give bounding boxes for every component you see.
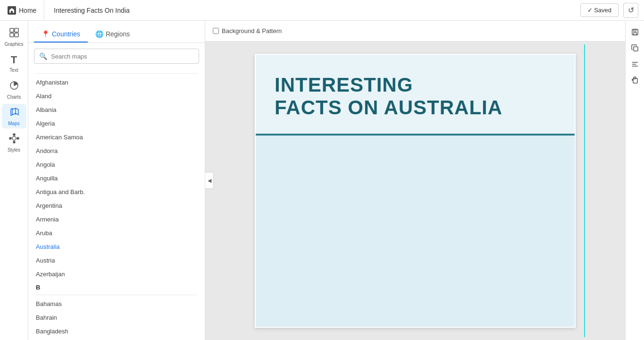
nav-graphics[interactable]: Graphics <box>2 25 26 49</box>
maps-label: Maps <box>8 121 19 126</box>
canvas-title: INTERESTING FACTS ON AUSTRALIA <box>275 74 556 119</box>
list-item[interactable]: Azerbaijan <box>28 267 205 281</box>
tab-countries[interactable]: 📍 Countries <box>34 26 88 42</box>
divider <box>36 73 197 74</box>
icon-nav: Graphics T Text Charts <box>0 21 28 340</box>
nav-maps[interactable]: Maps <box>2 104 26 128</box>
divider <box>36 295 197 295</box>
undo-icon: ↺ <box>628 6 634 15</box>
canvas-title-line1: INTERESTING <box>275 74 413 96</box>
canvas-area: Background & Pattern INTERESTING FACTS O… <box>205 21 625 340</box>
list-item[interactable]: Afghanistan <box>28 76 205 89</box>
topbar-actions: ✓ Saved ↺ <box>580 3 638 18</box>
list-item[interactable]: Bangladesh <box>28 324 205 338</box>
search-icon: 🔍 <box>39 52 47 60</box>
styles-label: Styles <box>8 147 20 153</box>
graphics-icon <box>9 27 19 40</box>
charts-label: Charts <box>7 94 21 100</box>
home-button[interactable]: Home <box>6 0 44 20</box>
country-list: AAfghanistanAlandAlbaniaAlgeriaAmerican … <box>28 69 205 340</box>
canvas-wrapper: INTERESTING FACTS ON AUSTRALIA <box>205 42 625 340</box>
svg-rect-2 <box>15 28 18 32</box>
svg-point-13 <box>9 137 11 139</box>
paste-button[interactable] <box>628 74 642 87</box>
list-item[interactable]: Aruba <box>28 226 205 240</box>
list-item[interactable]: Aland <box>28 89 205 103</box>
svg-rect-15 <box>634 33 636 35</box>
regions-tab-label: Regions <box>106 30 130 38</box>
save-file-button[interactable] <box>628 26 642 39</box>
main-layout: Graphics T Text Charts <box>0 21 644 340</box>
canvas-toolbar: Background & Pattern <box>205 21 625 42</box>
list-item[interactable]: Bahrain <box>28 311 205 324</box>
panel: 📍 Countries 🌐 Regions 🔍 AAfghanistanAlan… <box>28 21 205 340</box>
saved-label: ✓ Saved <box>587 7 611 14</box>
document-title: Interesting Facts On India <box>44 7 580 14</box>
list-item[interactable]: Albania <box>28 103 205 117</box>
svg-point-11 <box>17 137 19 139</box>
countries-tab-label: Countries <box>52 30 80 38</box>
list-item[interactable]: Anguilla <box>28 171 205 185</box>
nav-text[interactable]: T Text <box>2 51 26 76</box>
canvas-inner: INTERESTING FACTS ON AUSTRALIA <box>256 55 575 327</box>
list-item[interactable]: Argentina <box>28 199 205 212</box>
regions-tab-icon: 🌐 <box>95 30 103 38</box>
search-bar[interactable]: 🔍 <box>34 49 199 64</box>
canvas-page[interactable]: INTERESTING FACTS ON AUSTRALIA <box>255 54 576 328</box>
align-button[interactable] <box>628 58 642 71</box>
canvas-title-line2: FACTS ON AUSTRALIA <box>275 96 502 119</box>
svg-marker-0 <box>9 8 14 13</box>
graphics-label: Graphics <box>4 42 23 47</box>
svg-rect-22 <box>634 77 636 79</box>
background-label: Background & Pattern <box>222 27 282 34</box>
svg-rect-16 <box>634 29 636 31</box>
text-label: Text <box>9 68 18 73</box>
text-icon: T <box>11 54 17 66</box>
charts-icon <box>9 80 19 93</box>
maps-icon <box>9 107 19 119</box>
nav-styles[interactable]: Styles <box>2 130 26 155</box>
svg-rect-4 <box>15 33 18 37</box>
guide-line-right <box>584 44 585 337</box>
nav-charts[interactable]: Charts <box>2 77 26 102</box>
background-pattern-toggle[interactable]: Background & Pattern <box>213 27 282 34</box>
saved-button[interactable]: ✓ Saved <box>580 3 619 17</box>
svg-rect-14 <box>632 29 638 35</box>
canvas-bottom-section <box>256 135 575 327</box>
list-item[interactable]: Algeria <box>28 117 205 130</box>
list-item[interactable]: Bahamas <box>28 297 205 311</box>
svg-rect-1 <box>10 28 14 32</box>
copy-button[interactable] <box>628 42 642 55</box>
svg-point-12 <box>13 141 15 143</box>
canvas-title-section: INTERESTING FACTS ON AUSTRALIA <box>256 55 575 135</box>
styles-icon <box>9 133 19 146</box>
right-sidebar <box>625 21 644 340</box>
countries-tab-icon: 📍 <box>42 30 50 38</box>
undo-button[interactable]: ↺ <box>623 3 638 18</box>
list-item[interactable]: Austria <box>28 254 205 267</box>
collapse-button[interactable]: ◀ <box>205 172 214 189</box>
svg-rect-17 <box>634 47 638 51</box>
list-item[interactable]: Australia <box>28 240 205 254</box>
panel-tabs: 📍 Countries 🌐 Regions <box>28 21 205 43</box>
list-item[interactable]: Andorra <box>28 144 205 158</box>
svg-rect-3 <box>10 33 14 37</box>
home-icon <box>8 6 16 15</box>
tab-regions[interactable]: 🌐 Regions <box>88 26 137 42</box>
list-item[interactable]: American Samoa <box>28 130 205 144</box>
svg-point-9 <box>12 136 16 140</box>
background-checkbox[interactable] <box>213 28 219 34</box>
list-item[interactable]: Antigua and Barb. <box>28 185 205 199</box>
list-item[interactable]: Armenia <box>28 212 205 226</box>
section-letter-A: A <box>28 69 205 71</box>
svg-point-10 <box>13 134 15 136</box>
search-input[interactable] <box>51 53 194 60</box>
section-letter-B: B <box>28 281 205 293</box>
topbar: Home Interesting Facts On India ✓ Saved … <box>0 0 644 21</box>
canvas-container: INTERESTING FACTS ON AUSTRALIA <box>255 54 576 328</box>
home-label: Home <box>19 7 36 14</box>
svg-rect-23 <box>632 79 633 80</box>
list-item[interactable]: Angola <box>28 158 205 171</box>
